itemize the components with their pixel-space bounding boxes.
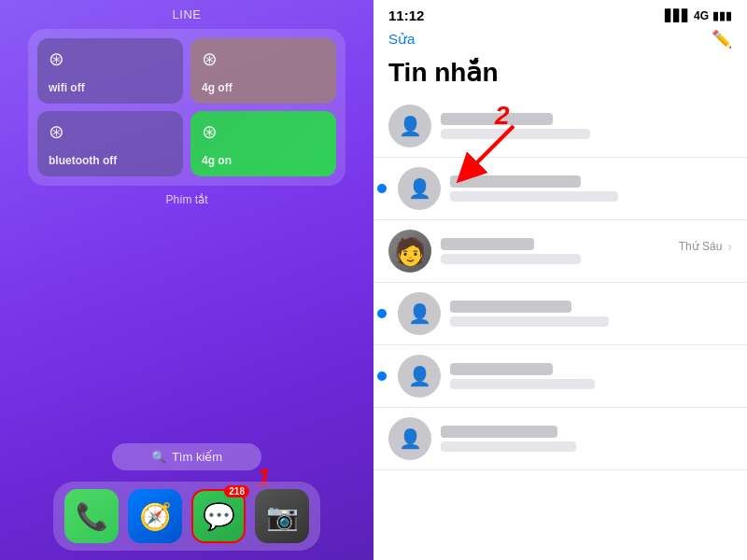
messages-icon[interactable]: 💬 218 — [191, 489, 246, 543]
phone-icon[interactable]: 📞 — [64, 489, 119, 543]
compose-icon[interactable]: ✏️ — [712, 29, 732, 49]
chevron-icon: › — [727, 239, 732, 254]
message-content — [450, 175, 732, 202]
wifi-label: wifi off — [49, 81, 172, 94]
4g-on-tile[interactable]: ⊛ 4g on — [190, 111, 336, 176]
status-icons: ▋▋▋ 4G ▮▮▮ — [665, 9, 732, 22]
unread-indicator — [377, 309, 387, 318]
message-name-row — [450, 301, 732, 316]
4g-off-icon: ⊛ — [202, 48, 325, 70]
message-name — [441, 426, 557, 438]
message-preview — [450, 191, 618, 202]
avatar: 👤 — [388, 417, 431, 460]
dock-area: 🔍 Tìm kiếm 1 📞 🧭 💬 218 📷 — [0, 443, 374, 560]
sua-button[interactable]: Sửa — [388, 31, 415, 48]
message-list: 👤 👤 🧑 — [374, 95, 747, 560]
message-preview — [450, 379, 595, 389]
avatar: 👤 — [398, 292, 441, 335]
list-item[interactable]: 👤 — [374, 283, 747, 345]
message-content — [450, 301, 732, 327]
message-name — [450, 363, 553, 375]
wifi-tile[interactable]: ⊛ wifi off — [37, 38, 183, 104]
status-time: 11:12 — [388, 7, 424, 23]
message-name-row — [450, 363, 732, 379]
message-content — [450, 363, 732, 389]
message-name-row — [450, 175, 732, 191]
dock: 📞 🧭 💬 218 📷 — [53, 482, 320, 551]
messages-header: Sửa ✏️ — [374, 27, 747, 55]
avatar: 👤 — [388, 105, 431, 147]
camera-icon[interactable]: 📷 — [255, 489, 309, 543]
bluetooth-icon: ⊛ — [49, 120, 172, 143]
4g-on-label: 4g on — [202, 154, 325, 167]
message-content: Thứ Sáu › — [441, 238, 732, 264]
safari-icon[interactable]: 🧭 — [128, 489, 182, 543]
message-name-row — [441, 113, 732, 129]
cc-grid: ⊛ wifi off ⊛ 4g off ⊛ bluetooth off ⊛ 4g… — [37, 38, 336, 176]
bluetooth-tile[interactable]: ⊛ bluetooth off — [37, 111, 183, 176]
avatar: 👤 — [398, 167, 441, 210]
4g-off-label: 4g off — [202, 81, 325, 94]
bluetooth-label: bluetooth off — [49, 154, 172, 167]
message-time: Thứ Sáu — [679, 240, 723, 253]
message-preview — [450, 316, 609, 327]
line-label: LINE — [173, 7, 202, 21]
search-icon: 🔍 — [151, 450, 166, 464]
network-label: 4G — [694, 9, 709, 22]
list-item[interactable]: 👤 — [374, 95, 747, 158]
battery-icon: ▮▮▮ — [712, 9, 732, 22]
message-name-row — [441, 426, 732, 441]
messages-title: Tin nhắn — [374, 55, 747, 95]
status-bar: 11:12 ▋▋▋ 4G ▮▮▮ — [374, 0, 747, 27]
avatar: 👤 — [398, 355, 441, 398]
control-center: ⊛ wifi off ⊛ 4g off ⊛ bluetooth off ⊛ 4g… — [28, 29, 345, 186]
left-panel: LINE ⊛ wifi off ⊛ 4g off ⊛ bluetooth off… — [0, 0, 374, 560]
message-name — [450, 175, 581, 188]
4g-off-tile[interactable]: ⊛ 4g off — [190, 38, 336, 104]
search-bar[interactable]: 🔍 Tìm kiếm — [112, 443, 261, 470]
right-panel: 11:12 ▋▋▋ 4G ▮▮▮ Sửa ✏️ Tin nhắn 👤 👤 — [374, 0, 747, 560]
list-item[interactable]: 👤 — [374, 345, 747, 408]
message-name — [441, 238, 534, 250]
list-item[interactable]: 👤 — [374, 158, 747, 220]
message-preview — [441, 441, 576, 452]
message-name — [441, 113, 553, 125]
wifi-icon: ⊛ — [49, 48, 172, 70]
unread-indicator — [377, 184, 387, 193]
message-preview — [441, 129, 590, 139]
message-name — [450, 301, 571, 313]
unread-indicator — [377, 371, 387, 381]
search-label: Tìm kiếm — [172, 450, 222, 464]
avatar: 🧑 — [388, 230, 431, 273]
4g-on-icon: ⊛ — [202, 120, 325, 143]
messages-badge: 218 — [224, 485, 249, 497]
message-content — [441, 426, 732, 452]
shortcuts-label: Phím tắt — [165, 193, 207, 206]
message-content — [441, 113, 732, 139]
list-item[interactable]: 🧑 Thứ Sáu › — [374, 220, 747, 283]
message-preview — [441, 254, 581, 264]
message-name-row: Thứ Sáu › — [441, 238, 732, 254]
list-item[interactable]: 👤 — [374, 408, 747, 470]
signal-icon: ▋▋▋ — [665, 9, 690, 22]
